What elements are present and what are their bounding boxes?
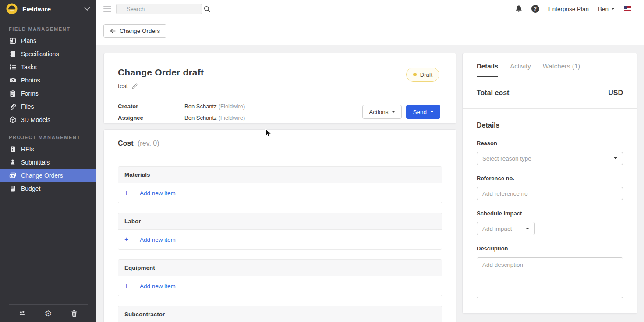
- reason-label: Reason: [477, 140, 623, 147]
- send-button[interactable]: Send: [406, 105, 440, 119]
- edit-pencil-icon[interactable]: [132, 83, 138, 89]
- cost-section-subcontractor: Subcontractor + Add new item: [118, 306, 442, 322]
- cost-section-title: Materials: [118, 167, 442, 183]
- notifications-bell-icon[interactable]: [515, 5, 522, 13]
- caret-down-icon: [430, 111, 434, 113]
- sidebar-item-rfis[interactable]: RFIs: [0, 143, 96, 156]
- caret-down-icon: [611, 8, 615, 10]
- rfi-document-icon: [9, 146, 16, 153]
- status-dot-icon: [413, 73, 417, 76]
- sidebar-item-label: Files: [21, 103, 34, 110]
- schedule-impact-select[interactable]: Add impact: [477, 222, 535, 235]
- user-menu[interactable]: Ben: [598, 6, 615, 12]
- sidebar: Fieldwire Field Management Plans Specifi…: [0, 0, 96, 322]
- caret-down-icon: [392, 111, 395, 113]
- sidebar-item-budget[interactable]: Budget: [0, 182, 96, 195]
- change-orders-icon: [9, 172, 16, 179]
- cube-icon: [9, 116, 16, 124]
- add-new-item-link[interactable]: + Add new item: [118, 230, 442, 249]
- language-flag-icon[interactable]: [624, 6, 631, 11]
- reference-input-wrap: [477, 187, 623, 200]
- cost-section-title: Subcontractor: [118, 306, 442, 322]
- top-bar: ? Enterprise Plan Ben: [96, 0, 644, 18]
- person-stamp-icon: [9, 159, 16, 166]
- sidebar-item-files[interactable]: Files: [0, 100, 96, 113]
- panel-tabs: Details Activity Watchers (1): [463, 53, 637, 77]
- plan-badge: Enterprise Plan: [548, 6, 589, 12]
- cost-section-title: Equipment: [118, 260, 442, 276]
- reason-placeholder: Select reason type: [482, 155, 614, 162]
- add-new-item-link[interactable]: + Add new item: [118, 276, 442, 296]
- sidebar-item-photos[interactable]: Photos: [0, 74, 96, 87]
- files-icon: [9, 103, 16, 111]
- total-cost-row: Total cost — USD: [463, 77, 637, 109]
- sidebar-item-label: Photos: [21, 77, 40, 84]
- reason-select[interactable]: Select reason type: [477, 152, 623, 165]
- help-icon[interactable]: ?: [531, 5, 539, 13]
- add-new-item-label: Add new item: [140, 283, 176, 290]
- cost-section-materials: Materials + Add new item: [118, 166, 442, 203]
- project-switcher[interactable]: Fieldwire: [0, 0, 96, 18]
- plus-icon: +: [124, 189, 134, 197]
- status-label: Draft: [420, 72, 432, 78]
- cost-title: Cost: [118, 140, 134, 147]
- assignee-org: (Fieldwire): [219, 114, 245, 121]
- sidebar-item-label: RFIs: [21, 146, 34, 153]
- gear-icon[interactable]: ⚙: [44, 309, 52, 317]
- reference-label: Reference no.: [477, 175, 623, 182]
- order-subtitle: test: [118, 82, 128, 89]
- assignee-label: Assignee: [118, 114, 184, 121]
- status-badge: Draft: [406, 68, 439, 82]
- plus-icon: +: [124, 236, 134, 243]
- tab-watchers[interactable]: Watchers (1): [543, 53, 580, 77]
- search-input[interactable]: [117, 6, 204, 12]
- main-content: Change Order draft test Creator Ben Scha…: [96, 45, 644, 322]
- fieldwire-logo-icon: [6, 3, 18, 14]
- calculator-icon: [9, 185, 16, 193]
- sidebar-item-tasks[interactable]: Tasks: [0, 61, 96, 74]
- add-new-item-link[interactable]: + Add new item: [118, 183, 442, 203]
- plans-icon: [9, 37, 16, 45]
- tab-details[interactable]: Details: [477, 53, 498, 77]
- sidebar-item-label: Budget: [21, 185, 40, 192]
- search-box: [116, 4, 202, 14]
- brand-name: Fieldwire: [22, 5, 84, 13]
- tab-activity[interactable]: Activity: [510, 53, 531, 77]
- forms-icon: [9, 90, 16, 97]
- sidebar-item-label: Tasks: [21, 64, 37, 71]
- sidebar-item-label: Change Orders: [21, 172, 63, 179]
- specifications-icon: [9, 50, 16, 58]
- cost-card: Cost (rev. 0) Materials + Add new item L…: [103, 129, 456, 322]
- user-name: Ben: [598, 6, 609, 12]
- actions-button-label: Actions: [369, 109, 388, 115]
- sub-bar: Change Orders: [96, 18, 644, 45]
- add-new-item-label: Add new item: [140, 236, 176, 243]
- photos-icon: [9, 77, 16, 84]
- add-new-item-label: Add new item: [140, 190, 176, 197]
- sidebar-item-forms[interactable]: Forms: [0, 87, 96, 100]
- description-textarea[interactable]: [477, 257, 623, 298]
- creator-label: Creator: [118, 103, 184, 110]
- sidebar-item-change-orders[interactable]: Change Orders: [0, 169, 96, 182]
- back-button-label: Change Orders: [120, 28, 160, 34]
- section-label-field-management: Field Management: [9, 26, 96, 32]
- caret-down-icon: [526, 228, 529, 229]
- back-to-change-orders-button[interactable]: Change Orders: [103, 24, 166, 38]
- reference-input[interactable]: [482, 190, 617, 197]
- change-order-header-card: Change Order draft test Creator Ben Scha…: [103, 53, 456, 124]
- actions-button[interactable]: Actions: [362, 105, 402, 119]
- creator-org: (Fieldwire): [219, 103, 245, 110]
- sidebar-item-specifications[interactable]: Specifications: [0, 47, 96, 61]
- cost-section-equipment: Equipment + Add new item: [118, 259, 442, 296]
- people-icon[interactable]: [18, 309, 26, 317]
- sidebar-item-3d-models[interactable]: 3D Models: [0, 113, 96, 126]
- sidebar-item-label: Specifications: [21, 50, 59, 57]
- sidebar-footer: ⚙: [0, 304, 96, 322]
- sidebar-item-label: Plans: [21, 37, 36, 44]
- hamburger-menu-icon[interactable]: [103, 6, 111, 12]
- sidebar-item-plans[interactable]: Plans: [0, 34, 96, 47]
- trash-icon[interactable]: [70, 309, 78, 317]
- assignee-name: Ben Schantz: [184, 114, 217, 121]
- sidebar-item-submittals[interactable]: Submittals: [0, 156, 96, 169]
- total-cost-value: — USD: [599, 89, 623, 97]
